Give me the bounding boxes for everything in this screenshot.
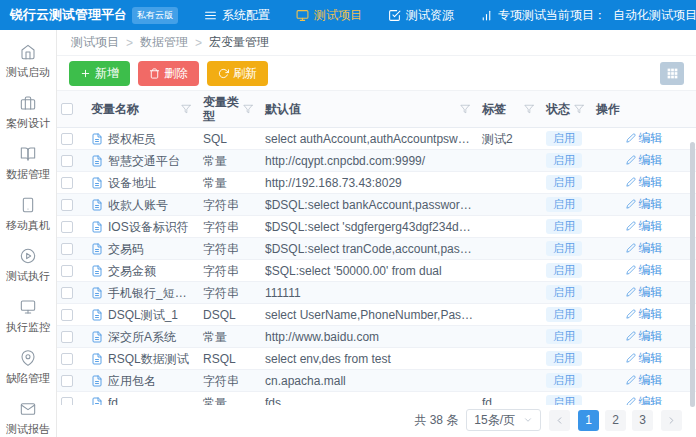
top-nav-item-专项测试[interactable]: 专项测试 (480, 7, 546, 24)
status-badge[interactable]: 启用 (546, 351, 582, 366)
top-nav-item-测试项目[interactable]: 测试项目 (296, 7, 362, 24)
page-button-2[interactable]: 2 (605, 410, 626, 431)
edit-button[interactable]: 编辑 (626, 285, 663, 299)
tag (478, 326, 542, 348)
breadcrumb-item[interactable]: 测试项目 (71, 34, 119, 51)
table-row: 交易码字符串$DSQL:select tranCode,account,pass… (57, 238, 696, 260)
row-checkbox[interactable] (61, 265, 73, 277)
select-all-checkbox[interactable] (61, 103, 73, 115)
column-settings-button[interactable] (660, 62, 684, 85)
filter-icon[interactable] (524, 104, 534, 114)
chevron-right-icon (666, 415, 677, 426)
sidebar-item-执行监控[interactable]: 执行监控 (0, 292, 56, 343)
row-checkbox[interactable] (61, 199, 73, 211)
table-scrollbar[interactable] (690, 142, 695, 407)
edit-button[interactable]: 编辑 (626, 395, 663, 405)
sidebar-item-数据管理[interactable]: 数据管理 (0, 139, 56, 190)
column-header-checkbox (57, 91, 87, 128)
status-badge[interactable]: 启用 (546, 219, 582, 234)
breadcrumb-item[interactable]: 数据管理 (140, 34, 188, 51)
edit-button[interactable]: 编辑 (626, 329, 663, 343)
refresh-button[interactable]: 刷新 (207, 61, 268, 86)
sidebar: 测试启动案例设计数据管理移动真机测试执行执行监控缺陷管理测试报告AI识别 (0, 30, 57, 437)
variable-file-icon (91, 309, 103, 321)
next-page-button[interactable] (661, 410, 682, 431)
row-checkbox[interactable] (61, 353, 73, 365)
variable-name: 交易金额 (108, 264, 156, 278)
bar-chart-icon (480, 9, 493, 22)
edit-button[interactable]: 编辑 (626, 175, 663, 189)
filter-icon[interactable] (574, 104, 584, 114)
variable-file-icon (91, 265, 103, 277)
default-value: 111111 (261, 282, 478, 304)
sidebar-item-缺陷管理[interactable]: 缺陷管理 (0, 343, 56, 394)
book-icon (20, 146, 36, 162)
status-badge[interactable]: 启用 (546, 263, 582, 278)
variable-type: 常量 (199, 326, 261, 348)
status-badge[interactable]: 启用 (546, 175, 582, 190)
status-badge[interactable]: 启用 (546, 197, 582, 212)
variable-type: 常量 (199, 150, 261, 172)
status-badge[interactable]: 启用 (546, 307, 582, 322)
row-checkbox[interactable] (61, 375, 73, 387)
filter-icon[interactable] (181, 104, 191, 114)
edit-button[interactable]: 编辑 (626, 153, 663, 167)
status-badge[interactable]: 启用 (546, 373, 582, 388)
variable-file-icon (91, 243, 103, 255)
edit-button[interactable]: 编辑 (626, 241, 663, 255)
page-button-3[interactable]: 3 (632, 410, 653, 431)
delete-button[interactable]: 删除 (138, 61, 199, 86)
add-button[interactable]: 新增 (69, 61, 130, 86)
status-badge[interactable]: 启用 (546, 395, 582, 405)
page-size-select[interactable]: 15条/页 (466, 409, 541, 431)
column-header-default: 默认值 (261, 91, 478, 128)
table-body: 授权柜员SQLselect authAccount,authAccountpsw… (57, 128, 696, 406)
row-checkbox[interactable] (61, 309, 73, 321)
edit-button[interactable]: 编辑 (626, 131, 663, 145)
default-value: select UserName,PhoneNumber,PassWord fro… (261, 304, 478, 326)
table-row: 智慧交通平台常量http://cqypt.cnpcbd.com:9999/启用编… (57, 150, 696, 172)
sidebar-item-案例设计[interactable]: 案例设计 (0, 88, 56, 139)
top-nav-item-测试资源[interactable]: 测试资源 (388, 7, 454, 24)
variable-file-icon (91, 331, 103, 343)
row-checkbox[interactable] (61, 221, 73, 233)
edit-button[interactable]: 编辑 (626, 351, 663, 365)
edition-badge: 私有云版 (132, 7, 178, 24)
status-badge[interactable]: 启用 (546, 329, 582, 344)
page-button-1[interactable]: 1 (578, 410, 599, 431)
sidebar-item-测试执行[interactable]: 测试执行 (0, 241, 56, 292)
edit-button[interactable]: 编辑 (626, 373, 663, 387)
status-badge[interactable]: 启用 (546, 241, 582, 256)
breadcrumb: 测试项目>数据管理>宏变量管理 (57, 30, 696, 56)
current-project-name[interactable]: 自动化测试项目|TP-1904- (613, 7, 696, 24)
row-checkbox[interactable] (61, 331, 73, 343)
filter-icon[interactable] (460, 104, 470, 114)
table-row: RSQL数据测试RSQLselect env,des from test启用编辑 (57, 348, 696, 370)
row-checkbox[interactable] (61, 133, 73, 145)
top-nav-item-系统配置[interactable]: 系统配置 (204, 7, 270, 24)
app-logo: 锐行云测试管理平台 (10, 6, 127, 24)
tag (478, 282, 542, 304)
row-checkbox[interactable] (61, 155, 73, 167)
status-badge[interactable]: 启用 (546, 153, 582, 168)
sidebar-item-移动真机[interactable]: 移动真机 (0, 190, 56, 241)
table-row: 授权柜员SQLselect authAccount,authAccountpsw… (57, 128, 696, 150)
row-checkbox[interactable] (61, 177, 73, 189)
status-badge[interactable]: 启用 (546, 285, 582, 300)
default-value: fds (261, 392, 478, 406)
row-checkbox[interactable] (61, 287, 73, 299)
row-checkbox[interactable] (61, 397, 73, 406)
sidebar-item-测试启动[interactable]: 测试启动 (0, 37, 56, 88)
edit-button[interactable]: 编辑 (626, 307, 663, 321)
edit-button[interactable]: 编辑 (626, 219, 663, 233)
page-buttons: 123 (578, 410, 653, 431)
row-checkbox[interactable] (61, 243, 73, 255)
edit-button[interactable]: 编辑 (626, 263, 663, 277)
filter-icon[interactable] (243, 104, 253, 114)
prev-page-button[interactable] (549, 410, 570, 431)
sidebar-item-测试报告[interactable]: 测试报告 (0, 394, 56, 437)
status-badge[interactable]: 启用 (546, 131, 582, 146)
tag (478, 172, 542, 194)
edit-button[interactable]: 编辑 (626, 197, 663, 211)
default-value: select authAccount,authAccountpswd from … (261, 128, 478, 150)
